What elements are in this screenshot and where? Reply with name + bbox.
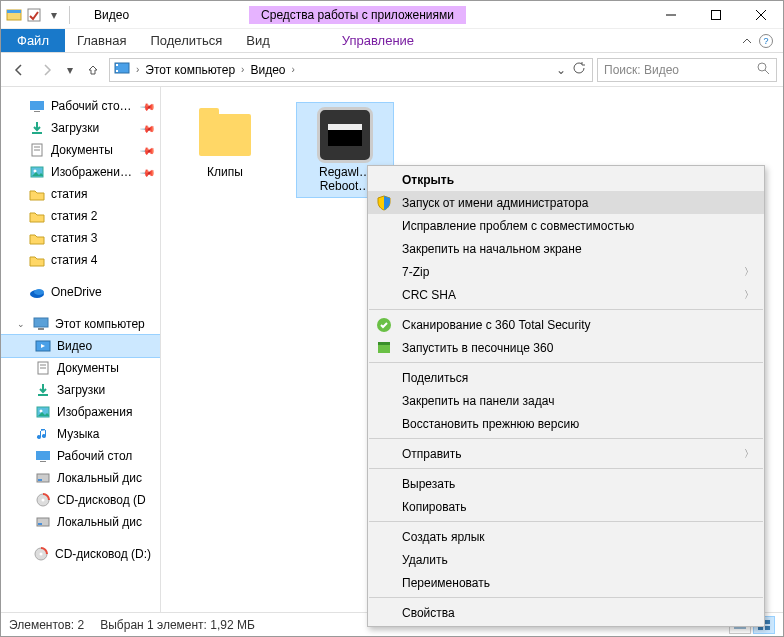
svg-rect-12 [30,101,44,110]
svg-point-37 [42,499,45,502]
ctx-item[interactable]: Запустить в песочнице 360 [368,336,764,359]
nav-item[interactable]: Документы📌 [1,139,160,161]
nav-item[interactable]: Локальный дис [1,467,160,489]
context-menu: ОткрытьЗапуск от имени администратораИсп… [367,165,765,627]
address-bar[interactable]: › Этот компьютер › Видео › ⌄ [109,58,593,82]
chevron-right-icon[interactable]: › [241,64,244,75]
ctx-item[interactable]: 7-Zip〉 [368,260,764,283]
forward-button[interactable] [35,58,59,82]
svg-point-31 [40,410,43,413]
svg-point-10 [758,63,766,71]
ctx-item[interactable]: Восстановить прежнюю версию [368,412,764,435]
properties-icon[interactable] [25,6,43,24]
nav-item[interactable]: Изображени…📌 [1,161,160,183]
ribbon-tab-home[interactable]: Главная [65,29,138,52]
breadcrumb[interactable]: Этот компьютер [145,63,235,77]
ctx-item[interactable]: Запуск от имени администратора [368,191,764,214]
nav-pane[interactable]: Рабочий сто…📌Загрузки📌Документы📌Изображе… [1,87,161,612]
ribbon-tab-share[interactable]: Поделиться [138,29,234,52]
expand-icon[interactable]: ⌄ [17,319,27,329]
ctx-item[interactable]: CRC SHA〉 [368,283,764,306]
search-input[interactable]: Поиск: Видео [597,58,777,82]
nav-cd-drive[interactable]: CD-дисковод (D:) [1,543,160,565]
videos-icon [114,60,130,79]
ctx-item[interactable]: Отправить〉 [368,442,764,465]
nav-item[interactable]: статия [1,183,160,205]
ctx-item[interactable]: Открыть [368,168,764,191]
ctx-item[interactable]: Переименовать [368,571,764,594]
folder-icon [29,252,45,268]
ctx-item[interactable]: Закрепить на панели задач [368,389,764,412]
ribbon-collapse-icon[interactable]: ? [731,29,783,52]
nav-item[interactable]: Изображения [1,401,160,423]
search-placeholder: Поиск: Видео [604,63,679,77]
nav-item[interactable]: статия 2 [1,205,160,227]
pin-icon: 📌 [140,142,156,158]
svg-rect-46 [378,342,390,345]
ctx-item[interactable]: Удалить [368,548,764,571]
maximize-button[interactable] [693,1,738,29]
quick-access-toolbar: ▾ [1,6,74,24]
close-button[interactable] [738,1,783,29]
onedrive-icon [29,284,45,300]
music-icon [35,426,51,442]
nav-item[interactable]: статия 3 [1,227,160,249]
chevron-right-icon: 〉 [744,447,754,461]
desktop-icon [35,448,51,464]
recent-dropdown-icon[interactable]: ▾ [63,58,77,82]
pin-icon: 📌 [140,164,156,180]
svg-rect-4 [711,10,720,19]
status-selection: Выбран 1 элемент: 1,92 МБ [100,618,255,632]
ctx-item[interactable]: Создать ярлык [368,525,764,548]
cd-red-icon [35,492,51,508]
folder-icon [29,230,45,246]
ctx-item[interactable]: Поделиться [368,366,764,389]
svg-rect-13 [34,111,40,112]
svg-point-21 [34,289,44,295]
pc-icon [33,316,49,332]
nav-onedrive[interactable]: OneDrive [1,281,160,303]
svg-rect-1 [7,10,21,13]
window-title: Видео [94,8,129,22]
videos-icon [35,338,51,354]
qat-dropdown-icon[interactable]: ▾ [45,6,63,24]
navbar: ▾ › Этот компьютер › Видео › ⌄ Поиск: Ви… [1,53,783,87]
svg-point-41 [40,553,43,556]
up-button[interactable] [81,58,105,82]
nav-item[interactable]: Локальный дис [1,511,160,533]
titlebar: ▾ Видео Средства работы с приложениями [1,1,783,29]
nav-item[interactable]: Документы [1,357,160,379]
ctx-item[interactable]: Сканирование с 360 Total Security [368,313,764,336]
refresh-icon[interactable] [572,61,586,78]
nav-item[interactable]: Загрузки📌 [1,117,160,139]
ribbon-tab-view[interactable]: Вид [234,29,282,52]
ctx-item[interactable]: Исправление проблем с совместимостью [368,214,764,237]
ctx-item[interactable]: Копировать [368,495,764,518]
file-item-folder[interactable]: Клипы [177,103,273,183]
ctx-item[interactable]: Закрепить на начальном экране [368,237,764,260]
chevron-right-icon[interactable]: › [136,64,139,75]
pin-icon: 📌 [140,120,156,136]
sec360-icon [376,317,392,333]
ctx-item[interactable]: Вырезать [368,472,764,495]
svg-rect-23 [38,328,44,330]
minimize-button[interactable] [648,1,693,29]
address-dropdown-icon[interactable]: ⌄ [556,63,566,77]
nav-item[interactable]: Рабочий сто…📌 [1,95,160,117]
nav-item[interactable]: Рабочий стол [1,445,160,467]
ribbon-tab-manage[interactable]: Управление [330,29,426,52]
ribbon-file-tab[interactable]: Файл [1,29,65,52]
nav-item[interactable]: Видео [1,335,160,357]
shield-icon [376,195,392,211]
nav-this-pc[interactable]: ⌄ Этот компьютер [1,313,160,335]
nav-item[interactable]: статия 4 [1,249,160,271]
svg-line-11 [765,70,769,74]
nav-item[interactable]: Загрузки [1,379,160,401]
back-button[interactable] [7,58,31,82]
breadcrumb[interactable]: Видео [250,63,285,77]
nav-item[interactable]: Музыка [1,423,160,445]
ctx-item[interactable]: Свойства [368,601,764,624]
desktop-icon [29,98,45,114]
chevron-right-icon[interactable]: › [291,64,294,75]
nav-item[interactable]: CD-дисковод (D [1,489,160,511]
